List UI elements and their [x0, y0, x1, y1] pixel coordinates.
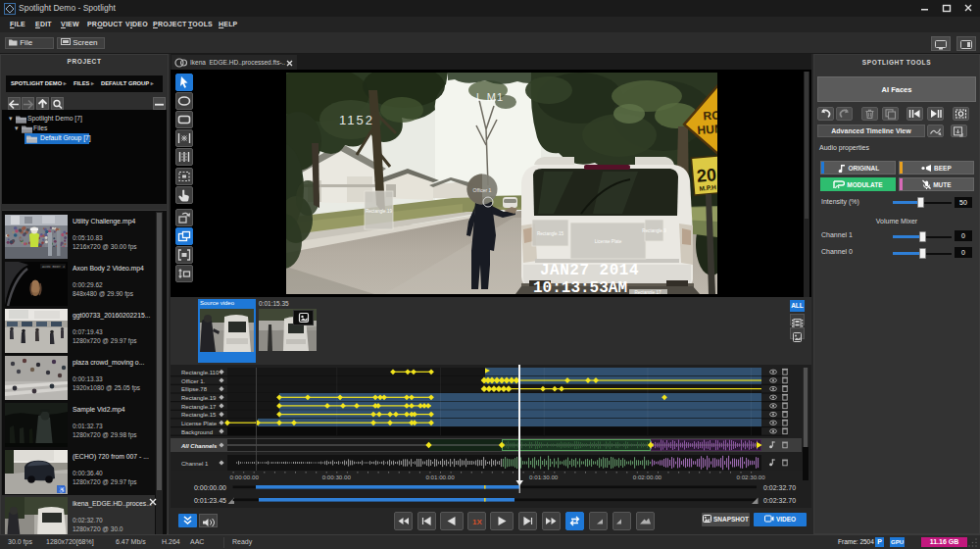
svg-text:Ellipse.78: Ellipse.78 — [181, 386, 208, 392]
svg-text:Rectangle.110: Rectangle.110 — [181, 370, 220, 375]
svg-text:10:13:53AM: 10:13:53AM — [533, 279, 627, 294]
svg-text:0:00:30.00: 0:00:30.00 — [322, 474, 352, 480]
svg-text:0:02:00.00: 0:02:00.00 — [633, 474, 662, 480]
svg-text:0:02:30.00: 0:02:30.00 — [736, 474, 765, 480]
svg-text:0:01:23.45: 0:01:23.45 — [194, 497, 226, 504]
svg-text:RO: RO — [703, 108, 717, 123]
svg-text:Officer 1.: Officer 1. — [181, 378, 206, 384]
svg-text:All Channels: All Channels — [180, 443, 218, 449]
svg-text:Rectangle.15: Rectangle.15 — [537, 231, 564, 236]
svg-text:♿: ♿ — [59, 486, 67, 494]
svg-text:0:00:00.00: 0:00:00.00 — [230, 474, 260, 480]
svg-text:0:01:00.00: 0:01:00.00 — [425, 474, 455, 480]
svg-text:License Plate: License Plate — [181, 421, 218, 426]
svg-text:Rectangle.17: Rectangle.17 — [181, 404, 217, 410]
svg-text:0:01:30.00: 0:01:30.00 — [529, 474, 559, 480]
svg-text:0:00:00.00: 0:00:00.00 — [194, 484, 226, 491]
svg-text:0:02:32.70: 0:02:32.70 — [763, 484, 796, 491]
svg-text:Rectangle.9: Rectangle.9 — [642, 228, 666, 233]
svg-text:HUM: HUM — [697, 122, 717, 137]
svg-text:1X: 1X — [472, 518, 482, 526]
svg-text:License Plate: License Plate — [595, 239, 622, 244]
svg-text:Rectangle.19: Rectangle.19 — [181, 395, 217, 401]
svg-text:Rectangle.15: Rectangle.15 — [181, 412, 217, 418]
svg-text:Channel 1: Channel 1 — [181, 461, 209, 467]
svg-text:Rectangle.19: Rectangle.19 — [366, 209, 393, 214]
svg-text:1152: 1152 — [339, 113, 374, 127]
svg-text:JAN27 2014: JAN27 2014 — [540, 262, 639, 279]
svg-text:Rectangle.17: Rectangle.17 — [634, 290, 662, 294]
svg-text:AXON BODY 2: AXON BODY 2 — [42, 265, 65, 269]
svg-text:L M1: L M1 — [476, 91, 504, 103]
svg-text:Officer 1: Officer 1 — [473, 187, 492, 193]
svg-text:Background: Background — [181, 429, 213, 435]
svg-text:0:02:32.70: 0:02:32.70 — [763, 497, 796, 504]
